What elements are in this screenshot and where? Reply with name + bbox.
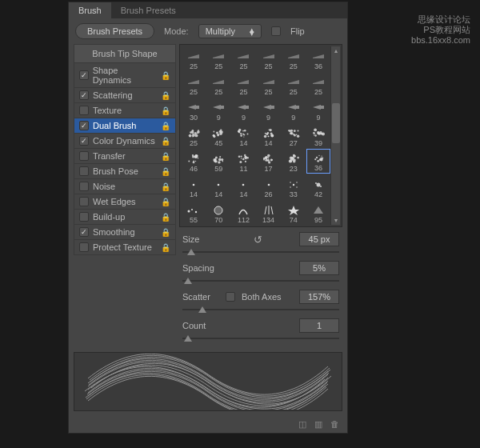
- option-scattering[interactable]: ✓Scattering🔒: [74, 87, 176, 103]
- lock-icon[interactable]: 🔒: [161, 213, 170, 222]
- brush-thumb[interactable]: 23: [282, 149, 306, 174]
- lock-icon[interactable]: 🔒: [161, 122, 170, 130]
- brush-thumb[interactable]: 39: [306, 123, 330, 148]
- svg-point-126: [245, 161, 246, 162]
- tab-brush-presets[interactable]: Brush Presets: [111, 2, 186, 18]
- lock-icon[interactable]: 🔒: [161, 182, 170, 191]
- brush-thumb[interactable]: 46: [182, 149, 206, 174]
- grid-scrollbar[interactable]: ▴ ▾: [330, 46, 340, 225]
- brush-thumb[interactable]: 25: [282, 72, 306, 97]
- brush-thumb[interactable]: 17: [256, 149, 280, 174]
- brush-thumb[interactable]: 42: [306, 174, 330, 199]
- option-texture[interactable]: Texture🔒: [74, 102, 176, 118]
- brush-thumb[interactable]: 25: [182, 123, 206, 148]
- brush-thumb[interactable]: 14: [231, 174, 255, 199]
- option-shape-dynamics[interactable]: ✓Shape Dynamics🔒: [74, 62, 176, 88]
- option-brush-pose[interactable]: Brush Pose🔒: [74, 163, 176, 179]
- brush-thumb[interactable]: 59: [206, 149, 230, 174]
- checkbox[interactable]: [79, 197, 89, 206]
- brush-thumb[interactable]: 25: [206, 46, 230, 71]
- checkbox[interactable]: [79, 242, 89, 252]
- checkbox[interactable]: [79, 212, 89, 222]
- brush-thumb[interactable]: 26: [256, 174, 280, 199]
- size-value[interactable]: 45 px: [299, 232, 339, 246]
- checkbox[interactable]: [79, 151, 89, 161]
- brush-thumb[interactable]: 36: [306, 46, 330, 71]
- checkbox[interactable]: ✓: [79, 136, 89, 146]
- brush-thumb[interactable]: 9: [231, 98, 255, 122]
- lock-icon[interactable]: 🔒: [161, 228, 170, 237]
- count-slider[interactable]: [182, 334, 339, 342]
- brush-thumb[interactable]: 45: [206, 123, 230, 148]
- checkbox[interactable]: [79, 166, 89, 176]
- brush-thumb[interactable]: 9: [282, 98, 306, 122]
- brush-thumb[interactable]: 25: [182, 72, 206, 97]
- lock-icon[interactable]: 🔒: [161, 106, 170, 115]
- brush-thumb[interactable]: 25: [256, 46, 280, 71]
- option-color-dynamics[interactable]: ✓Color Dynamics🔒: [74, 133, 176, 149]
- size-slider[interactable]: [182, 248, 339, 256]
- lock-icon[interactable]: 🔒: [161, 71, 170, 80]
- toggle-preview-icon[interactable]: ◫: [298, 419, 306, 430]
- lock-icon[interactable]: 🔒: [161, 243, 170, 252]
- brush-tip-shape-header[interactable]: Brush Tip Shape: [74, 44, 176, 63]
- lock-icon[interactable]: 🔒: [161, 152, 170, 161]
- checkbox[interactable]: [79, 182, 89, 191]
- option-transfer[interactable]: Transfer🔒: [74, 148, 176, 164]
- option-wet-edges[interactable]: Wet Edges🔒: [74, 194, 176, 210]
- brush-thumb[interactable]: 14: [256, 123, 280, 148]
- mode-select[interactable]: Multiply▴▾: [198, 24, 262, 38]
- brush-thumb[interactable]: 25: [231, 46, 255, 71]
- brush-thumb[interactable]: 25: [182, 46, 206, 71]
- both-axes-checkbox[interactable]: [226, 292, 235, 302]
- brush-thumb[interactable]: 112: [231, 200, 255, 225]
- brush-thumb[interactable]: 95: [306, 200, 330, 225]
- brush-thumb[interactable]: 134: [256, 200, 280, 225]
- brush-thumb[interactable]: 25: [282, 46, 306, 71]
- lock-icon[interactable]: 🔒: [161, 137, 170, 146]
- trash-icon[interactable]: 🗑: [330, 419, 339, 430]
- new-brush-icon[interactable]: ▥: [314, 419, 322, 430]
- brush-thumb[interactable]: 25: [256, 72, 280, 97]
- brush-thumb[interactable]: 33: [282, 174, 306, 199]
- brush-presets-button[interactable]: Brush Presets: [75, 23, 154, 39]
- option-dual-brush[interactable]: ✓Dual Brush🔒: [74, 118, 176, 134]
- brush-thumb[interactable]: 25: [206, 72, 230, 97]
- brush-thumb[interactable]: 14: [231, 123, 255, 148]
- brush-thumb[interactable]: 9: [306, 98, 330, 122]
- count-value[interactable]: 1: [299, 318, 339, 333]
- svg-point-176: [296, 186, 297, 187]
- brush-thumb[interactable]: 70: [206, 200, 230, 225]
- checkbox[interactable]: [79, 106, 89, 115]
- brush-thumb[interactable]: 27: [282, 123, 306, 148]
- brush-thumb[interactable]: 14: [182, 174, 206, 199]
- spacing-slider[interactable]: [182, 277, 339, 285]
- brush-thumb[interactable]: 14: [206, 174, 230, 199]
- brush-thumb[interactable]: 30: [182, 98, 206, 122]
- brush-thumb[interactable]: 9: [256, 98, 280, 122]
- checkbox[interactable]: ✓: [79, 90, 89, 100]
- lock-icon[interactable]: 🔒: [161, 91, 170, 100]
- spacing-value[interactable]: 5%: [299, 261, 339, 275]
- scatter-slider[interactable]: [182, 306, 339, 314]
- lock-icon[interactable]: 🔒: [161, 198, 170, 206]
- option-build-up[interactable]: Build-up🔒: [74, 209, 176, 225]
- lock-icon[interactable]: 🔒: [161, 167, 170, 176]
- option-smoothing[interactable]: ✓Smoothing🔒: [74, 224, 176, 240]
- option-noise[interactable]: Noise🔒: [74, 178, 176, 194]
- brush-thumb[interactable]: 25: [306, 72, 330, 97]
- brush-thumb[interactable]: 36: [306, 149, 330, 174]
- brush-thumb[interactable]: 11: [231, 149, 255, 174]
- tab-brush[interactable]: Brush: [69, 2, 111, 18]
- brush-thumb[interactable]: 55: [182, 200, 206, 225]
- brush-thumb[interactable]: 9: [206, 98, 230, 122]
- brush-thumb[interactable]: 25: [231, 72, 255, 97]
- checkbox[interactable]: ✓: [79, 70, 89, 80]
- checkbox[interactable]: ✓: [79, 227, 89, 237]
- flip-checkbox[interactable]: [271, 26, 281, 36]
- checkbox[interactable]: ✓: [79, 121, 89, 130]
- reset-size-icon[interactable]: ↺: [254, 234, 262, 246]
- brush-thumb[interactable]: 74: [282, 200, 306, 225]
- option-protect-texture[interactable]: Protect Texture🔒: [74, 239, 176, 255]
- scatter-value[interactable]: 157%: [299, 290, 339, 304]
